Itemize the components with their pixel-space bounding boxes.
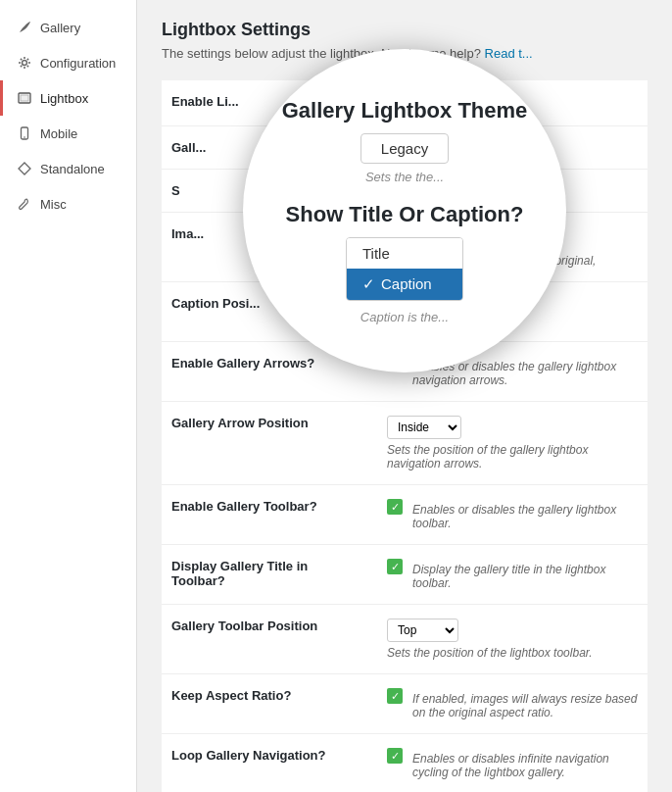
field-container: ✓ Enables or disables the gallery lightb… (387, 499, 638, 530)
field-desc: Sets the position of the gallery lightbo… (387, 443, 638, 470)
sidebar: Gallery Configuration Lightbox (0, 0, 137, 792)
svg-point-4 (24, 136, 25, 138)
table-row: Enable Gallery Toolbar? ✓ Enables or dis… (162, 485, 648, 545)
toolbar-position-select[interactable]: Top Bottom (387, 619, 458, 642)
field-label: Ima... (171, 226, 204, 241)
checkbox-enable-toolbar[interactable]: ✓ (387, 499, 403, 515)
svg-rect-2 (21, 95, 28, 101)
gear-icon (17, 55, 32, 71)
field-desc: Display the gallery title in the lightbo… (412, 563, 638, 590)
svg-point-0 (23, 61, 27, 66)
svg-marker-5 (19, 163, 30, 174)
sidebar-item-configuration[interactable]: Configuration (0, 45, 136, 80)
sidebar-item-lightbox[interactable]: Lightbox (0, 80, 136, 116)
checkbox-display-title[interactable]: ✓ (387, 559, 403, 574)
mag-theme-section: Gallery Lightbox Theme Legacy Sets the t… (272, 98, 537, 184)
table-row: Gallery Arrow Position Inside Outside Se… (162, 402, 648, 485)
checkbox-loop-nav[interactable]: ✓ (387, 748, 403, 764)
sidebar-item-label: Configuration (40, 56, 116, 71)
table-row: Display Gallery Title in Toolbar? ✓ Disp… (162, 545, 648, 605)
lightbox-icon (17, 90, 32, 106)
sidebar-item-gallery[interactable]: Gallery (0, 10, 136, 45)
field-desc: If enabled, images will always resize ba… (412, 692, 638, 719)
field-label: Loop Gallery Navigation? (171, 748, 325, 763)
sidebar-item-label: Mobile (40, 126, 77, 141)
field-label: Gallery Arrow Position (171, 416, 309, 430)
mag-dropdown-item-title[interactable]: Title (347, 238, 462, 269)
field-label: Gallery Toolbar Position (171, 619, 317, 633)
sidebar-item-label: Lightbox (40, 91, 88, 106)
wrench-icon (17, 196, 32, 212)
mag-dropdown-item-caption[interactable]: ✓ Caption (347, 269, 462, 300)
page-title: Lightbox Settings (162, 20, 648, 40)
mag-theme-label: Gallery Lightbox Theme (272, 98, 537, 124)
checkbox-aspect-ratio[interactable]: ✓ (387, 688, 403, 704)
mag-legacy-button[interactable]: Legacy (360, 133, 449, 164)
field-desc: Enables or disables the gallery lightbox… (412, 503, 638, 530)
magnifier-content: Gallery Lightbox Theme Legacy Sets the t… (243, 98, 566, 324)
sidebar-item-mobile[interactable]: Mobile (0, 116, 136, 151)
main-content: Lightbox Settings The settings below adj… (137, 0, 672, 792)
field-desc: Sets the position of the lightbox toolba… (387, 646, 638, 660)
mag-caption-section: Show Title Or Caption? Title ✓ Caption C… (272, 202, 537, 324)
field-label: Caption Posi... (171, 296, 260, 311)
field-label: Enable Li... (171, 94, 239, 109)
field-label: Enable Gallery Toolbar? (171, 499, 317, 514)
field-container: Top Bottom Sets the position of the ligh… (387, 619, 638, 660)
table-row: Gallery Toolbar Position Top Bottom Sets… (162, 605, 648, 674)
field-container: ✓ If enabled, images will always resize … (387, 688, 638, 719)
field-container: ✓ Display the gallery title in the light… (387, 559, 638, 590)
sidebar-item-label: Misc (40, 197, 67, 212)
field-container: ✓ Enables or disables infinite navigatio… (387, 748, 638, 779)
sidebar-item-standalone[interactable]: Standalone (0, 151, 136, 186)
sidebar-item-label: Gallery (40, 21, 80, 35)
mag-caption-text: Caption is the... (272, 310, 537, 324)
magnifier-overlay: Gallery Lightbox Theme Legacy Sets the t… (243, 49, 566, 372)
mag-sets-text: Sets the the... (272, 170, 537, 184)
field-label: Enable Gallery Arrows? (171, 356, 314, 371)
field-container: Inside Outside Sets the position of the … (387, 416, 638, 470)
read-more-link[interactable]: Read t... (485, 46, 533, 61)
sidebar-item-misc[interactable]: Misc (0, 186, 136, 222)
mobile-icon (17, 125, 32, 141)
diamond-icon (17, 161, 32, 176)
leaf-icon (17, 20, 32, 35)
table-row: Keep Aspect Ratio? ✓ If enabled, images … (162, 674, 648, 734)
field-desc: Enables or disables infinite navigation … (412, 752, 638, 779)
field-label: Display Gallery Title in Toolbar? (171, 559, 308, 588)
field-label: S (171, 183, 180, 198)
mag-dropdown: Title ✓ Caption (346, 237, 463, 301)
arrow-position-select[interactable]: Inside Outside (387, 416, 461, 439)
field-label: Gall... (171, 140, 206, 155)
table-row: Loop Gallery Navigation? ✓ Enables or di… (162, 734, 648, 793)
field-label: Keep Aspect Ratio? (171, 688, 291, 703)
mag-show-label: Show Title Or Caption? (272, 202, 537, 227)
checkmark-icon: ✓ (362, 275, 375, 293)
sidebar-item-label: Standalone (40, 162, 105, 176)
